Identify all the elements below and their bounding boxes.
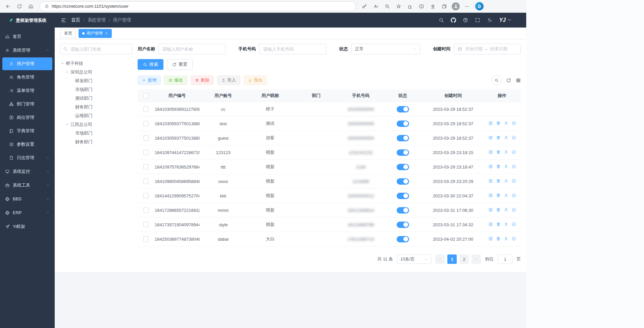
read-aloud-icon[interactable] bbox=[370, 1, 381, 11]
sidebar-item-system-monitor[interactable]: 系统监控 bbox=[0, 165, 55, 178]
page-button-2[interactable]: 2 bbox=[459, 254, 469, 264]
row-checkbox[interactable] bbox=[143, 135, 149, 141]
delete-icon[interactable] bbox=[496, 193, 501, 198]
assign-role-icon[interactable] bbox=[511, 150, 516, 154]
toggle-search-icon[interactable] bbox=[491, 75, 501, 85]
delete-icon[interactable] bbox=[496, 150, 501, 154]
edit-icon[interactable] bbox=[488, 179, 493, 183]
address-bar[interactable]: https://ccnetcore.com:1101/system/user bbox=[40, 1, 356, 11]
split-screen-icon[interactable] bbox=[416, 1, 427, 11]
edit-icon[interactable] bbox=[488, 236, 493, 241]
phone-input[interactable] bbox=[259, 44, 326, 54]
sidebar-item-user-management[interactable]: 用户管理 bbox=[2, 57, 52, 70]
refresh-table-icon[interactable] bbox=[506, 78, 511, 83]
caret-down-icon[interactable] bbox=[61, 62, 64, 65]
browser-home-icon[interactable] bbox=[26, 1, 36, 11]
search-icon[interactable] bbox=[439, 17, 444, 23]
favorites-bar-icon[interactable] bbox=[428, 1, 438, 11]
sidebar-item-dict-management[interactable]: 字典管理 bbox=[0, 124, 55, 138]
tree-node[interactable]: 财务部门 bbox=[60, 103, 132, 111]
caret-down-icon[interactable] bbox=[65, 123, 69, 126]
row-checkbox[interactable] bbox=[143, 179, 149, 184]
assign-role-icon[interactable] bbox=[511, 135, 516, 140]
edit-button[interactable]: 修改 bbox=[164, 76, 187, 85]
browser-profile-avatar[interactable] bbox=[452, 2, 460, 10]
status-toggle[interactable] bbox=[397, 222, 409, 228]
github-icon[interactable] bbox=[451, 17, 456, 23]
status-toggle[interactable] bbox=[397, 106, 409, 112]
sidebar-item-bbs[interactable]: BBS bbox=[0, 192, 55, 206]
tree-node[interactable]: 运维部门 bbox=[60, 111, 132, 120]
goto-page-input[interactable] bbox=[498, 254, 512, 264]
help-icon[interactable] bbox=[463, 17, 468, 23]
browser-menu-icon[interactable] bbox=[462, 1, 473, 11]
status-toggle[interactable] bbox=[397, 149, 409, 156]
edit-icon[interactable] bbox=[488, 207, 493, 212]
collapse-sidebar-icon[interactable] bbox=[61, 17, 66, 23]
close-tab-icon[interactable] bbox=[105, 32, 108, 35]
collections-icon[interactable] bbox=[439, 1, 450, 11]
user-avatar[interactable]: YJ bbox=[499, 17, 512, 23]
reset-password-icon[interactable] bbox=[504, 236, 508, 241]
tree-node[interactable]: 市场部门 bbox=[60, 85, 132, 94]
delete-button[interactable]: 删除 bbox=[191, 76, 214, 85]
copilot-icon[interactable]: b bbox=[475, 2, 484, 10]
prev-page-button[interactable] bbox=[435, 254, 445, 264]
select-all-checkbox[interactable] bbox=[143, 93, 149, 98]
reset-password-icon[interactable] bbox=[504, 179, 508, 183]
row-checkbox[interactable] bbox=[143, 207, 149, 213]
sidebar-item-dept-management[interactable]: 部门管理 bbox=[0, 97, 55, 111]
import-button[interactable]: 导入 bbox=[217, 76, 240, 85]
reset-password-icon[interactable] bbox=[504, 193, 508, 198]
delete-icon[interactable] bbox=[496, 164, 501, 169]
assign-role-icon[interactable] bbox=[511, 179, 516, 183]
breadcrumb-home[interactable]: 首页 bbox=[71, 17, 80, 23]
delete-icon[interactable] bbox=[496, 207, 501, 212]
edit-icon[interactable] bbox=[488, 121, 493, 126]
assign-role-icon[interactable] bbox=[511, 193, 516, 198]
back-icon[interactable] bbox=[3, 1, 13, 11]
edit-icon[interactable] bbox=[488, 222, 493, 227]
add-button[interactable]: 新增 bbox=[138, 76, 161, 85]
tree-node[interactable]: 研发部门 bbox=[60, 77, 132, 85]
password-key-icon[interactable] bbox=[359, 1, 370, 11]
sidebar-item-menu-management[interactable]: 菜单管理 bbox=[0, 84, 55, 97]
font-size-icon[interactable] bbox=[487, 17, 492, 23]
column-settings-icon[interactable] bbox=[516, 78, 521, 83]
assign-role-icon[interactable] bbox=[511, 164, 516, 169]
tab-user-management[interactable]: 用户管理 bbox=[79, 29, 112, 38]
tree-node[interactable]: 财务部门 bbox=[60, 138, 132, 146]
edit-icon[interactable] bbox=[488, 150, 493, 154]
url-text[interactable]: https://ccnetcore.com:1101/system/user bbox=[52, 4, 129, 9]
status-toggle[interactable] bbox=[397, 207, 409, 214]
reset-button[interactable]: 重置 bbox=[167, 59, 193, 70]
status-toggle[interactable] bbox=[397, 193, 409, 199]
reset-password-icon[interactable] bbox=[504, 121, 508, 126]
page-size-select[interactable]: 10条/页 bbox=[397, 254, 431, 264]
row-checkbox[interactable] bbox=[143, 106, 149, 112]
sidebar-item-home[interactable]: 首页 bbox=[0, 30, 55, 43]
assign-role-icon[interactable] bbox=[511, 222, 516, 227]
row-checkbox[interactable] bbox=[143, 150, 149, 155]
row-checkbox[interactable] bbox=[143, 193, 149, 198]
sidebar-item-role-management[interactable]: 角色管理 bbox=[0, 71, 55, 84]
reset-password-icon[interactable] bbox=[504, 150, 508, 154]
status-toggle[interactable] bbox=[397, 178, 409, 185]
reset-password-icon[interactable] bbox=[504, 135, 508, 140]
zoom-icon[interactable] bbox=[382, 1, 393, 11]
tree-node[interactable]: 测试部门 bbox=[60, 94, 132, 103]
status-toggle[interactable] bbox=[397, 121, 409, 127]
assign-role-icon[interactable] bbox=[511, 121, 516, 126]
edit-icon[interactable] bbox=[488, 135, 493, 140]
status-toggle[interactable] bbox=[397, 135, 409, 141]
assign-role-icon[interactable] bbox=[511, 207, 516, 212]
page-button-1[interactable]: 1 bbox=[447, 254, 457, 264]
reset-password-icon[interactable] bbox=[504, 207, 508, 212]
export-button[interactable]: 导出 bbox=[244, 76, 267, 85]
reload-icon[interactable] bbox=[14, 1, 25, 11]
next-page-button[interactable] bbox=[472, 254, 481, 264]
delete-icon[interactable] bbox=[496, 179, 501, 183]
assign-role-icon[interactable] bbox=[511, 236, 516, 241]
add-favorite-icon[interactable] bbox=[393, 1, 404, 11]
tree-node[interactable]: 江西总公司 bbox=[60, 120, 132, 129]
